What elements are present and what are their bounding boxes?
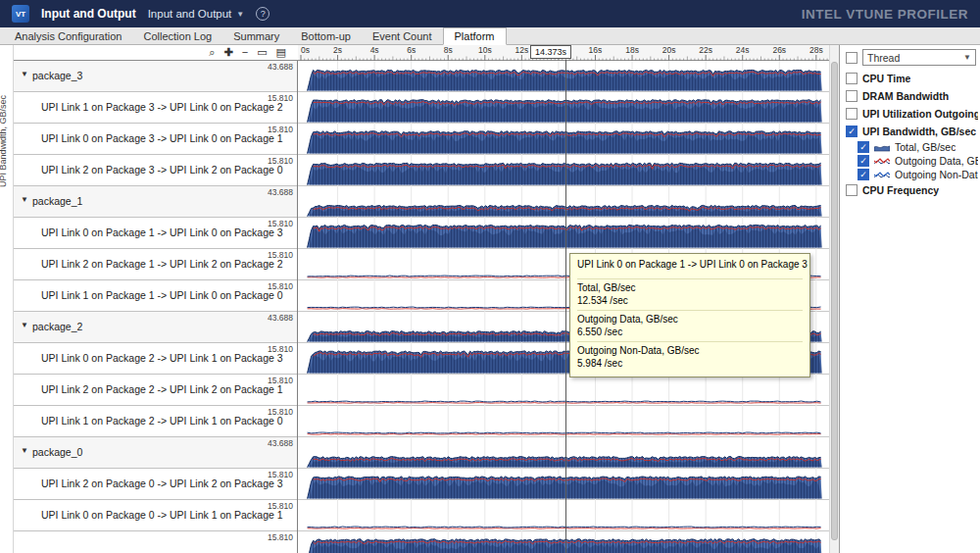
group-row-package_0[interactable]: ▼package_043.688 — [14, 437, 297, 469]
link-row[interactable]: UPI Link 2 on Package 2 -> UPI Link 2 on… — [14, 375, 297, 406]
row-chart-area[interactable] — [298, 61, 829, 92]
row-label: UPI Link 1 on Package 2 -> UPI Link 1 on… — [41, 415, 283, 427]
zoom-out-icon[interactable]: − — [242, 47, 248, 58]
tooltip-metric-name: Outgoing Data, GB/sec — [577, 314, 803, 325]
row-chart-area[interactable] — [298, 375, 829, 406]
link-row[interactable]: UPI Link 2 on Package 0 -> UPI Link 2 on… — [14, 469, 297, 500]
time-cursor-line[interactable] — [565, 60, 566, 553]
row-label: UPI Link 1 on Package 3 -> UPI Link 0 on… — [41, 101, 283, 113]
legend-item-total-gb-sec[interactable]: ✓Total, GB/sec — [840, 140, 980, 154]
row-chart-area[interactable] — [298, 124, 829, 155]
row-scale-max: 15.810 — [268, 219, 293, 228]
collapse-triangle-icon[interactable]: ▼ — [21, 195, 28, 204]
link-row[interactable]: UPI Link 2 on Package 1 -> UPI Link 2 on… — [14, 249, 297, 280]
legend-item-dram-bandwidth[interactable]: DRAM Bandwidth — [840, 87, 980, 105]
svg-text:2s: 2s — [333, 45, 342, 55]
row-chart-area[interactable] — [298, 469, 829, 500]
viewpoint-label: Input and Output — [148, 8, 232, 20]
legend-item-label: UPI Utilization Outgoing... — [862, 108, 978, 120]
link-row[interactable]: UPI Link 0 on Package 2 -> UPI Link 1 on… — [14, 343, 297, 375]
row-chart-area[interactable] — [298, 406, 829, 437]
svg-text:4s: 4s — [370, 45, 379, 55]
legend-item-outgoing-non-data-[interactable]: ✓Outgoing Non-Data,... — [840, 168, 980, 181]
tooltip-metrics: Total, GB/sec12.534 /secOutgoing Data, G… — [577, 278, 803, 373]
row-chart-area[interactable] — [298, 218, 829, 249]
row-chart-svg — [298, 92, 829, 124]
group-row-package_1[interactable]: ▼package_143.688 — [14, 186, 297, 218]
row-chart-svg — [298, 218, 829, 249]
tooltip-metric: Outgoing Data, GB/sec6.550 /sec — [577, 310, 803, 341]
checkbox[interactable] — [846, 73, 858, 84]
link-row[interactable]: UPI Link 0 on Package 0 -> UPI Link 1 on… — [14, 500, 297, 531]
checkbox[interactable]: ✓ — [846, 126, 858, 137]
viewpoint-selector[interactable]: Input and Output ▼ — [148, 8, 245, 20]
row-chart-area[interactable] — [298, 92, 829, 124]
link-row[interactable]: 15.810 — [14, 531, 297, 553]
link-row[interactable]: UPI Link 1 on Package 2 -> UPI Link 1 on… — [14, 406, 297, 437]
row-chart-area[interactable] — [298, 155, 829, 186]
time-marker[interactable]: 14.373s — [530, 45, 571, 59]
zoom-selection-icon[interactable]: ⌕ — [209, 47, 215, 58]
tab-platform[interactable]: Platform — [443, 27, 507, 45]
legend-item-label: CPU Frequency — [862, 184, 939, 196]
row-label: package_1 — [32, 195, 82, 207]
legend-item-cpu-time[interactable]: CPU Time — [840, 70, 980, 87]
tab-collection-log[interactable]: Collection Log — [132, 27, 222, 44]
legend-item-label: Total, GB/sec — [895, 141, 956, 153]
zoom-in-icon[interactable]: ✚ — [224, 47, 233, 58]
zoom-fit-icon[interactable]: ▭ — [257, 47, 267, 58]
group-row-package_2[interactable]: ▼package_243.688 — [14, 312, 297, 343]
vertical-scrollbar[interactable] — [829, 45, 839, 553]
row-chart-area[interactable] — [298, 531, 829, 553]
tab-bar: Analysis ConfigurationCollection LogSumm… — [0, 27, 980, 45]
checkbox[interactable]: ✓ — [858, 169, 869, 180]
link-row[interactable]: UPI Link 1 on Package 1 -> UPI Link 0 on… — [14, 280, 297, 312]
legend-item-cpu-frequency[interactable]: CPU Frequency — [840, 181, 980, 199]
row-scale-max: 15.810 — [268, 470, 293, 479]
svg-text:0s: 0s — [301, 45, 310, 55]
thread-checkbox[interactable] — [846, 52, 858, 64]
link-row[interactable]: UPI Link 0 on Package 1 -> UPI Link 0 on… — [14, 218, 297, 249]
tooltip-metric: Outgoing Non-Data, GB/sec5.984 /sec — [577, 341, 803, 373]
legend-item-upi-utilization-outgoing-[interactable]: UPI Utilization Outgoing... — [840, 105, 980, 123]
svg-text:12s: 12s — [515, 45, 529, 55]
row-scale-max: 15.810 — [268, 125, 293, 134]
scrollbar-thumb[interactable] — [831, 62, 838, 540]
svg-text:28s: 28s — [809, 45, 823, 55]
help-icon[interactable]: ? — [256, 7, 270, 21]
series-swatch-svg — [874, 157, 890, 166]
tab-summary[interactable]: Summary — [222, 27, 290, 44]
legend-item-outgoing-data-gb-[interactable]: ✓Outgoing Data, GB/... — [840, 154, 980, 168]
legend-item-upi-bandwidth-gb-sec[interactable]: ✓UPI Bandwidth, GB/sec — [840, 123, 980, 140]
checkbox[interactable] — [846, 184, 858, 196]
link-row[interactable]: UPI Link 2 on Package 3 -> UPI Link 2 on… — [14, 155, 297, 186]
tab-event-count[interactable]: Event Count — [362, 27, 443, 44]
row-chart-svg — [298, 375, 829, 406]
row-scale-max: 15.810 — [268, 93, 293, 103]
timeline-toolbar: ⌕✚−▭▤ — [14, 45, 298, 61]
link-row[interactable]: UPI Link 0 on Package 3 -> UPI Link 0 on… — [14, 124, 297, 155]
row-chart-svg — [298, 155, 829, 186]
checkbox[interactable]: ✓ — [858, 141, 869, 153]
collapse-triangle-icon[interactable]: ▼ — [21, 446, 28, 455]
link-row[interactable]: UPI Link 1 on Package 3 -> UPI Link 0 on… — [14, 92, 297, 124]
checkbox[interactable] — [846, 108, 858, 120]
checkbox[interactable]: ✓ — [858, 155, 869, 167]
tab-analysis-configuration[interactable]: Analysis Configuration — [4, 27, 132, 44]
legend-item-label: CPU Time — [862, 73, 910, 84]
series-swatch-svg — [874, 143, 890, 152]
group-row-package_3[interactable]: ▼package_343.688 — [14, 61, 297, 92]
collapse-triangle-icon[interactable]: ▼ — [21, 70, 28, 78]
thread-dropdown[interactable]: Thread ▼ — [862, 49, 976, 66]
tab-bottom-up[interactable]: Bottom-up — [290, 27, 362, 44]
legend-item-label: Outgoing Data, GB/... — [895, 155, 978, 167]
row-chart-area[interactable] — [298, 437, 829, 469]
row-chart-area[interactable] — [298, 500, 829, 531]
display-options-icon[interactable]: ▤ — [276, 47, 286, 58]
chevron-down-icon: ▼ — [963, 53, 971, 62]
row-label: UPI Link 1 on Package 1 -> UPI Link 0 on… — [41, 289, 283, 301]
collapse-triangle-icon[interactable]: ▼ — [21, 321, 28, 329]
row-chart-svg — [298, 124, 829, 155]
row-chart-area[interactable] — [298, 186, 829, 218]
checkbox[interactable] — [846, 90, 858, 102]
